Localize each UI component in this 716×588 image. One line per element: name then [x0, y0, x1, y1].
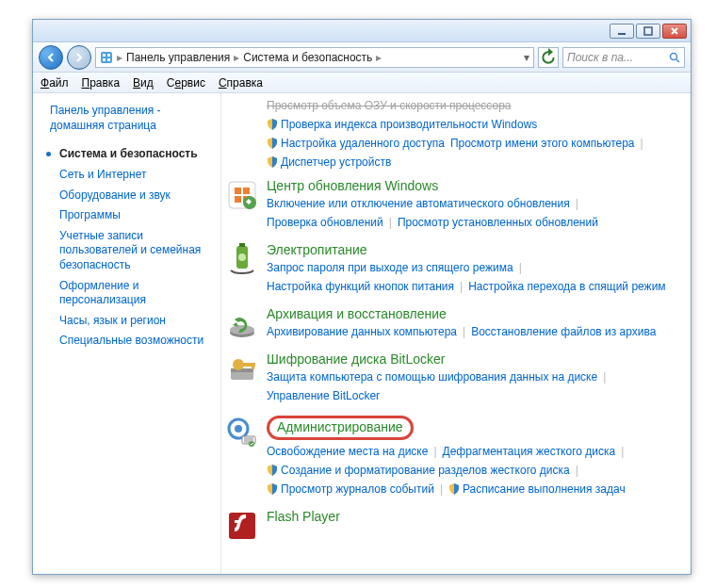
breadcrumb-separator: ▸ [117, 51, 122, 64]
link-auto-update[interactable]: Включение или отключение автоматического… [267, 195, 570, 212]
shield-icon [267, 156, 278, 168]
menu-view[interactable]: Вид [133, 76, 154, 90]
link-device-manager[interactable]: Диспетчер устройств [267, 154, 391, 171]
svg-point-12 [238, 253, 246, 261]
menu-edit[interactable]: Правка [82, 76, 121, 90]
category-flash: Flash Player [225, 509, 681, 543]
svg-rect-1 [644, 27, 652, 35]
menu-bar: Файл Правка Вид Сервис Справка [33, 73, 691, 93]
link-installed-updates[interactable]: Просмотр установленных обновлений [398, 214, 598, 231]
svg-rect-3 [103, 54, 106, 57]
control-panel-window: ▸ Панель управления ▸ Система и безопасн… [32, 19, 692, 575]
svg-rect-11 [239, 243, 245, 247]
link-password-wake[interactable]: Запрос пароля при выходе из спящего режи… [267, 259, 513, 276]
link-restore-files[interactable]: Восстановление файлов из архива [471, 323, 656, 340]
admin-title[interactable]: Администрирование [277, 419, 403, 434]
search-box[interactable]: Поиск в па... [562, 47, 685, 68]
link-defrag[interactable]: Дефрагментация жесткого диска [443, 443, 616, 460]
shield-icon [267, 465, 278, 476]
system-links-partial: Просмотр объема ОЗУ и скорости процессор… [267, 97, 681, 171]
svg-rect-4 [107, 54, 110, 57]
sidebar-item-appearance[interactable]: Оформление и персонализация [42, 276, 217, 311]
link-sleep-settings[interactable]: Настройка перехода в спящий режим [468, 278, 665, 295]
minimize-button[interactable] [610, 24, 634, 39]
menu-file[interactable]: Файл [41, 76, 69, 90]
close-button[interactable] [662, 24, 687, 39]
search-icon [669, 52, 680, 63]
address-bar[interactable]: ▸ Панель управления ▸ Система и безопасн… [95, 47, 534, 68]
sidebar-home-link[interactable]: Панель управления - домашняя страница [42, 103, 217, 133]
windows-update-title[interactable]: Центр обновления Windows [267, 178, 438, 193]
link-perf-index[interactable]: Проверка индекса производительности Wind… [267, 116, 537, 133]
backup-title[interactable]: Архивация и восстановление [267, 306, 447, 321]
address-dropdown[interactable]: ▾ [524, 51, 529, 64]
backup-icon [225, 306, 259, 340]
admin-title-highlight: Администрирование [267, 416, 414, 440]
link-check-updates[interactable]: Проверка обновлений [267, 214, 383, 231]
menu-help[interactable]: Справка [219, 76, 263, 90]
sidebar-item-accounts[interactable]: Учетные записи пользователей и семейная … [42, 226, 217, 276]
control-panel-icon [100, 51, 113, 64]
category-backup: Архивация и восстановление Архивирование… [225, 306, 681, 340]
main-panel: Просмотр объема ОЗУ и скорости процессор… [221, 93, 691, 574]
link-event-logs[interactable]: Просмотр журналов событий [267, 481, 434, 498]
link-task-scheduler[interactable]: Расписание выполнения задач [448, 481, 626, 498]
svg-rect-2 [101, 52, 112, 63]
shield-icon [267, 119, 278, 130]
link-remote-access[interactable]: Настройка удаленного доступа [267, 135, 445, 152]
sidebar-item-system-security[interactable]: Система и безопасность [42, 144, 217, 165]
shield-icon [267, 483, 278, 495]
breadcrumb-separator: ▸ [376, 51, 382, 64]
sidebar-item-clock[interactable]: Часы, язык и регион [42, 311, 217, 332]
svg-rect-0 [618, 33, 626, 35]
category-bitlocker: Шифрование диска BitLocker Защита компью… [225, 351, 681, 404]
svg-rect-16 [231, 368, 253, 372]
shield-icon [267, 138, 278, 149]
back-button[interactable] [39, 45, 63, 70]
flash-player-icon [225, 509, 259, 543]
link-power-buttons[interactable]: Настройка функций кнопок питания [267, 278, 454, 295]
flash-title[interactable]: Flash Player [267, 509, 340, 524]
link-disk-cleanup[interactable]: Освобождение места на диске [267, 443, 428, 460]
link-backup-data[interactable]: Архивирование данных компьютера [267, 323, 457, 340]
power-icon [225, 242, 259, 276]
svg-point-21 [235, 425, 242, 433]
maximize-button[interactable] [636, 24, 660, 39]
category-power: Электропитание Запрос пароля при выходе … [225, 242, 681, 295]
sidebar-item-accessibility[interactable]: Специальные возможности [42, 331, 217, 351]
sidebar: Панель управления - домашняя страница Си… [33, 93, 221, 574]
sidebar-item-network[interactable]: Сеть и Интернет [42, 165, 217, 186]
power-title[interactable]: Электропитание [267, 242, 367, 257]
sidebar-item-hardware[interactable]: Оборудование и звук [42, 186, 217, 206]
svg-rect-19 [252, 363, 254, 369]
link-bitlocker-manage[interactable]: Управление BitLocker [267, 387, 380, 404]
bitlocker-title[interactable]: Шифрование диска BitLocker [267, 351, 446, 367]
category-windows-update: Центр обновления Windows Включение или о… [225, 178, 681, 231]
navigation-bar: ▸ Панель управления ▸ Система и безопасн… [33, 42, 691, 73]
link-ram-cpu[interactable]: Просмотр объема ОЗУ и скорости процессор… [267, 97, 512, 114]
search-placeholder: Поиск в па... [567, 51, 633, 64]
link-computer-name[interactable]: Просмотр имени этого компьютера [450, 135, 635, 152]
link-partitions[interactable]: Создание и форматирование разделов жестк… [267, 462, 570, 479]
svg-point-7 [671, 53, 677, 59]
breadcrumb-control-panel[interactable]: Панель управления [126, 51, 230, 64]
svg-point-23 [249, 441, 254, 447]
svg-rect-5 [103, 58, 106, 61]
breadcrumb-system-security[interactable]: Система и безопасность [243, 51, 372, 64]
windows-update-icon [225, 178, 259, 212]
admin-tools-icon [225, 416, 259, 449]
link-bitlocker-protect[interactable]: Защита компьютера с помощью шифрования д… [267, 368, 597, 385]
shield-icon [448, 483, 460, 495]
forward-button[interactable] [67, 45, 91, 70]
menu-tools[interactable]: Сервис [167, 76, 205, 90]
refresh-button[interactable] [538, 47, 559, 68]
content-area: Панель управления - домашняя страница Си… [33, 93, 691, 574]
svg-rect-6 [107, 58, 110, 61]
category-admin: Администрирование Освобождение места на … [225, 416, 681, 498]
sidebar-item-programs[interactable]: Программы [42, 205, 217, 226]
titlebar [33, 20, 691, 42]
breadcrumb-separator: ▸ [234, 51, 239, 64]
bitlocker-icon [225, 351, 259, 385]
